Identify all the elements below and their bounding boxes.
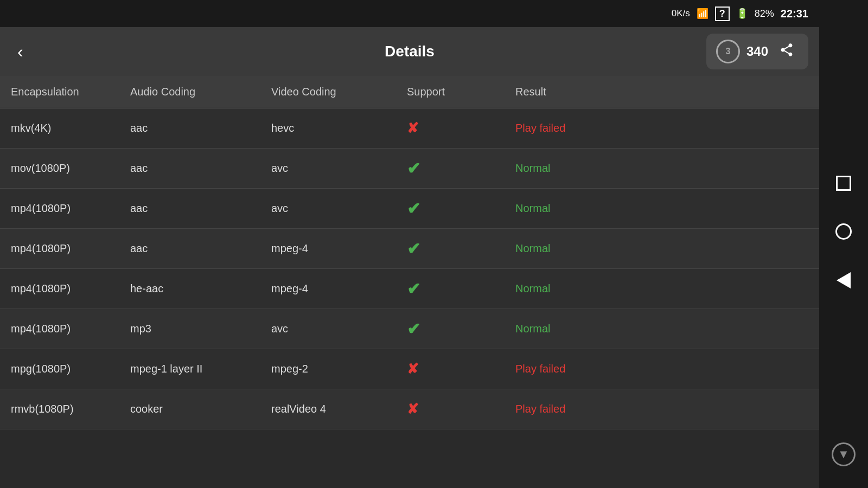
cell-video-coding: realVideo 4 xyxy=(271,403,407,415)
cell-video-coding: mpeg-4 xyxy=(271,242,407,255)
cell-result: Play failed xyxy=(515,403,624,415)
table-row: rmvb(1080P) cooker realVideo 4 ✘ Play fa… xyxy=(0,389,819,429)
battery-percent: 82% xyxy=(755,8,774,20)
support-fail-icon: ✘ xyxy=(407,361,419,377)
cell-encapsulation: mp4(1080P) xyxy=(11,202,130,215)
cell-support: ✔ xyxy=(407,239,515,258)
header-right: 3 340 xyxy=(706,34,808,69)
cell-support: ✔ xyxy=(407,159,515,178)
cell-result: Normal xyxy=(515,202,624,215)
cell-video-coding: mpeg-4 xyxy=(271,282,407,295)
cell-encapsulation: mov(1080P) xyxy=(11,162,130,175)
page-title: Details xyxy=(385,43,435,60)
cell-support: ✔ xyxy=(407,319,515,338)
cell-encapsulation: mpg(1080P) xyxy=(11,363,130,375)
header: ‹ Details 3 340 xyxy=(0,27,819,76)
col-video-coding: Video Coding xyxy=(271,86,407,98)
table-row: mp4(1080P) he-aac mpeg-4 ✔ Normal xyxy=(0,269,819,309)
rank-badge-icon: 3 xyxy=(716,40,740,63)
unknown-icon: ? xyxy=(715,7,730,21)
support-pass-icon: ✔ xyxy=(407,199,420,218)
cell-support: ✘ xyxy=(407,120,515,137)
table-row: mp4(1080P) aac mpeg-4 ✔ Normal xyxy=(0,229,819,269)
cell-encapsulation: rmvb(1080P) xyxy=(11,403,130,415)
support-pass-icon: ✔ xyxy=(407,159,420,178)
table-body: mkv(4K) aac hevc ✘ Play failed mov(1080P… xyxy=(0,108,819,488)
cell-video-coding: mpeg-2 xyxy=(271,363,407,375)
table-header: Encapsulation Audio Coding Video Coding … xyxy=(0,76,819,108)
cell-video-coding: hevc xyxy=(271,122,407,134)
cell-audio-coding: aac xyxy=(130,122,271,134)
col-audio-coding: Audio Coding xyxy=(130,86,271,98)
nav-bar: ▼ xyxy=(819,0,868,488)
cell-result: Play failed xyxy=(515,363,624,375)
cell-result: Play failed xyxy=(515,122,624,134)
cell-result: Normal xyxy=(515,323,624,335)
cell-audio-coding: cooker xyxy=(130,403,271,415)
cell-audio-coding: aac xyxy=(130,162,271,175)
col-result: Result xyxy=(515,86,624,98)
support-pass-icon: ✔ xyxy=(407,319,420,338)
share-button[interactable] xyxy=(775,38,799,65)
down-scroll-button[interactable]: ▼ xyxy=(832,442,856,466)
table-row: mov(1080P) aac avc ✔ Normal xyxy=(0,149,819,189)
square-nav-icon[interactable] xyxy=(836,176,851,191)
support-pass-icon: ✔ xyxy=(407,279,420,298)
score-value: 340 xyxy=(746,44,768,59)
status-bar: 0K/s 📶 ? 🔋 82% 22:31 xyxy=(0,0,819,27)
cell-audio-coding: mp3 xyxy=(130,323,271,335)
cell-support: ✔ xyxy=(407,199,515,218)
cell-result: Normal xyxy=(515,282,624,295)
cell-video-coding: avc xyxy=(271,323,407,335)
cell-support: ✘ xyxy=(407,361,515,377)
col-support: Support xyxy=(407,86,515,98)
cell-support: ✘ xyxy=(407,401,515,418)
support-fail-icon: ✘ xyxy=(407,401,419,418)
cell-support: ✔ xyxy=(407,279,515,298)
table-row: mp4(1080P) mp3 avc ✔ Normal xyxy=(0,309,819,349)
cell-audio-coding: mpeg-1 layer II xyxy=(130,363,271,375)
cell-video-coding: avc xyxy=(271,202,407,215)
down-arrow-icon: ▼ xyxy=(838,447,850,461)
table-row: mkv(4K) aac hevc ✘ Play failed xyxy=(0,108,819,149)
circle-nav-icon[interactable] xyxy=(835,223,852,240)
table-row: mpg(1080P) mpeg-1 layer II mpeg-2 ✘ Play… xyxy=(0,349,819,389)
cell-encapsulation: mkv(4K) xyxy=(11,122,130,134)
cell-result: Normal xyxy=(515,162,624,175)
battery-icon: 🔋 xyxy=(736,8,748,20)
score-badge: 3 340 xyxy=(706,34,808,69)
network-speed: 0K/s xyxy=(672,8,690,19)
cell-audio-coding: he-aac xyxy=(130,282,271,295)
col-encapsulation: Encapsulation xyxy=(11,86,130,98)
cell-video-coding: avc xyxy=(271,162,407,175)
cell-result: Normal xyxy=(515,242,624,255)
back-nav-icon[interactable] xyxy=(837,272,851,288)
table-row: mp4(1080P) aac avc ✔ Normal xyxy=(0,189,819,229)
support-pass-icon: ✔ xyxy=(407,239,420,258)
cell-encapsulation: mp4(1080P) xyxy=(11,242,130,255)
clock: 22:31 xyxy=(781,8,808,20)
cell-audio-coding: aac xyxy=(130,202,271,215)
nav-icons xyxy=(835,176,852,288)
cell-encapsulation: mp4(1080P) xyxy=(11,282,130,295)
back-button[interactable]: ‹ xyxy=(11,37,30,66)
main-content: 0K/s 📶 ? 🔋 82% 22:31 ‹ Details 3 340 Enc… xyxy=(0,0,819,488)
support-fail-icon: ✘ xyxy=(407,120,419,137)
cell-audio-coding: aac xyxy=(130,242,271,255)
cell-encapsulation: mp4(1080P) xyxy=(11,323,130,335)
wifi-icon: 📶 xyxy=(697,8,709,20)
